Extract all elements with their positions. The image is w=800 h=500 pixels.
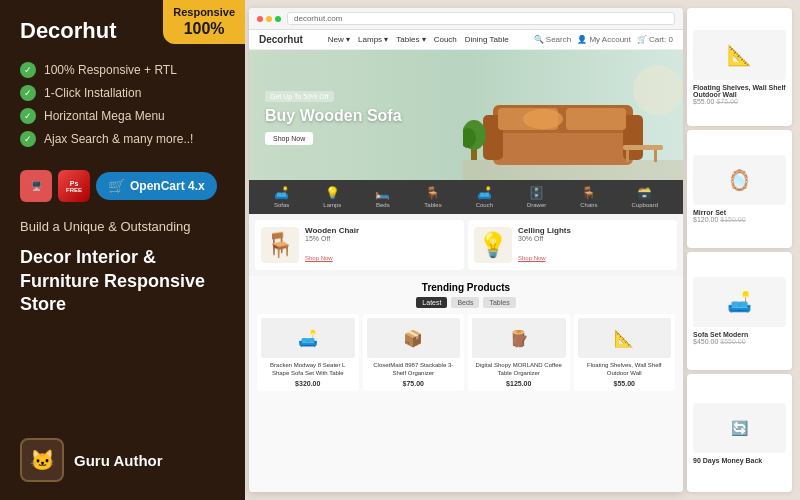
cat-label: Couch [476, 202, 493, 208]
cat-item-beds[interactable]: 🛏️ Beds [375, 186, 390, 208]
cat-label: Lamps [323, 202, 341, 208]
product-card-3: 📐 Floating Shelves, Wall Shelf Outdoor W… [574, 314, 676, 391]
price-current: $120.00 [693, 216, 718, 223]
feature-label: Ajax Search & many more..! [44, 132, 193, 146]
promo-row: 🪑 Wooden Chair 15% Off Shop Now 💡 Cellin… [249, 214, 683, 276]
side-card-title-2: Sofa Set Modern [693, 331, 786, 338]
cat-item-tables[interactable]: 🪑 Tables [424, 186, 441, 208]
feature-label: 100% Responsive + RTL [44, 63, 177, 77]
filter-tabs: Latest Beds Tables [257, 297, 675, 308]
hero-furniture [463, 50, 683, 180]
cart-action[interactable]: 🛒 Cart: 0 [637, 35, 673, 44]
browser-bar: decorhut.com [249, 8, 683, 30]
product-image-1: 📦 [367, 318, 461, 358]
check-icon: ✓ [20, 62, 36, 78]
badge-ps: Ps FREE [58, 170, 90, 202]
cart-icon: 🛒 [108, 178, 125, 194]
check-icon: ✓ [20, 131, 36, 147]
cat-item-lamps[interactable]: 💡 Lamps [323, 186, 341, 208]
lamp-icon: 💡 [325, 186, 340, 200]
promo-link-0[interactable]: Shop Now [305, 255, 333, 261]
feature-list: ✓ 100% Responsive + RTL ✓ 1-Click Instal… [20, 62, 225, 154]
dot-yellow [266, 16, 272, 22]
product-image-3: 📐 [578, 318, 672, 358]
cat-item-chairs[interactable]: 🪑 Chairs [580, 186, 597, 208]
cat-item-cupboard[interactable]: 🗃️ Cupboard [632, 186, 658, 208]
side-card-image-1: 🪞 [693, 155, 786, 205]
side-card-2: 🛋️ Sofa Set Modern $450.00 $550.00 [687, 252, 792, 370]
browser-mockup: decorhut.com Decorhut New ▾ Lamps ▾ Tabl… [249, 8, 683, 492]
product-card-0: 🛋️ Bracken Modway 8 Seater L Shape Sofa … [257, 314, 359, 391]
feature-label: 1-Click Installation [44, 86, 141, 100]
cat-item-couch[interactable]: 🛋️ Couch [476, 186, 493, 208]
side-card-price-2: $450.00 $550.00 [693, 338, 786, 345]
feature-item: ✓ 100% Responsive + RTL [20, 62, 225, 78]
product-image-2: 🪵 [472, 318, 566, 358]
nav-actions: 🔍 Search 👤 My Account 🛒 Cart: 0 [534, 35, 673, 44]
cat-item-sofas[interactable]: 🛋️ Sofas [274, 186, 289, 208]
trending-title: Trending Products [257, 282, 675, 293]
hero-shop-btn[interactable]: Shop Now [265, 132, 313, 145]
cat-label: Tables [424, 202, 441, 208]
product-price-2: $125.00 [472, 380, 566, 387]
svg-rect-11 [623, 145, 663, 150]
store-logo: Decorhut [259, 34, 303, 45]
side-card-3: 🔄 90 Days Money Back [687, 374, 792, 492]
category-icons: 🛋️ Sofas 💡 Lamps 🛏️ Beds 🪑 Tables 🛋️ Cou… [249, 180, 683, 214]
filter-tab-beds[interactable]: Beds [451, 297, 479, 308]
main-preview: decorhut.com Decorhut New ▾ Lamps ▾ Tabl… [245, 0, 800, 500]
drawer-icon: 🗄️ [529, 186, 544, 200]
search-action[interactable]: 🔍 Search [534, 35, 572, 44]
opencart-label: OpenCart 4.x [130, 179, 205, 193]
svg-point-14 [633, 65, 683, 115]
author-name: Guru Author [74, 452, 163, 469]
promo-discount-0: 15% Off [305, 235, 359, 242]
price-old: $550.00 [720, 338, 745, 345]
cat-label: Sofas [274, 202, 289, 208]
check-icon: ✓ [20, 108, 36, 124]
svg-point-7 [523, 109, 563, 129]
nav-item[interactable]: Lamps ▾ [358, 35, 388, 44]
cat-label: Cupboard [632, 202, 658, 208]
hero-title: Buy Wooden Sofa [265, 106, 402, 125]
sidebar-description: Build a Unique & Outstanding [20, 218, 225, 236]
cat-label: Drawer [527, 202, 546, 208]
side-card-price-0: $55.00 $75.00 [693, 98, 786, 105]
product-card-1: 📦 ClosetMaid 8987 Stackable 3-Shelf Orga… [363, 314, 465, 391]
nav-item[interactable]: Tables ▾ [396, 35, 425, 44]
nav-item[interactable]: Couch [434, 35, 457, 44]
responsive-percent: 100% [173, 19, 235, 38]
badge-opencart[interactable]: 🛒 OpenCart 4.x [96, 172, 217, 200]
dot-red [257, 16, 263, 22]
cat-item-drawer[interactable]: 🗄️ Drawer [527, 186, 546, 208]
nav-item[interactable]: Dining Table [465, 35, 509, 44]
filter-tab-latest[interactable]: Latest [416, 297, 447, 308]
couch-icon: 🛋️ [477, 186, 492, 200]
price-current: $450.00 [693, 338, 718, 345]
promo-icon-1: 💡 [474, 227, 512, 263]
nav-item[interactable]: New ▾ [328, 35, 350, 44]
badge-ps-free: FREE [66, 187, 82, 193]
feature-item: ✓ 1-Click Installation [20, 85, 225, 101]
store-nav: Decorhut New ▾ Lamps ▾ Tables ▾ Couch Di… [249, 30, 683, 50]
filter-tab-tables[interactable]: Tables [483, 297, 515, 308]
promo-discount-1: 30% Off [518, 235, 571, 242]
product-name-0: Bracken Modway 8 Seater L Shape Sofa Set… [261, 362, 355, 378]
side-card-title-3: 90 Days Money Back [693, 457, 786, 464]
hero-section: Get Up To 50% Off Buy Wooden Sofa Shop N… [249, 50, 683, 180]
promo-title-1: Celling Lights [518, 226, 571, 235]
side-card-image-3: 🔄 [693, 403, 786, 453]
account-action[interactable]: 👤 My Account [577, 35, 631, 44]
product-grid: 🛋️ Bracken Modway 8 Seater L Shape Sofa … [257, 314, 675, 391]
promo-link-1[interactable]: Shop Now [518, 255, 546, 261]
browser-dots [257, 16, 281, 22]
nav-links: New ▾ Lamps ▾ Tables ▾ Couch Dining Tabl… [328, 35, 509, 44]
product-card-2: 🪵 Digital Shopy MORLAND Coffee Table Org… [468, 314, 570, 391]
product-image-0: 🛋️ [261, 318, 355, 358]
feature-label: Horizontal Mega Menu [44, 109, 165, 123]
responsive-badge: Responsive 100% [163, 0, 245, 44]
browser-url: decorhut.com [287, 12, 675, 25]
dot-green [275, 16, 281, 22]
trending-section: Trending Products Latest Beds Tables 🛋️ … [249, 276, 683, 492]
svg-rect-6 [566, 108, 626, 130]
